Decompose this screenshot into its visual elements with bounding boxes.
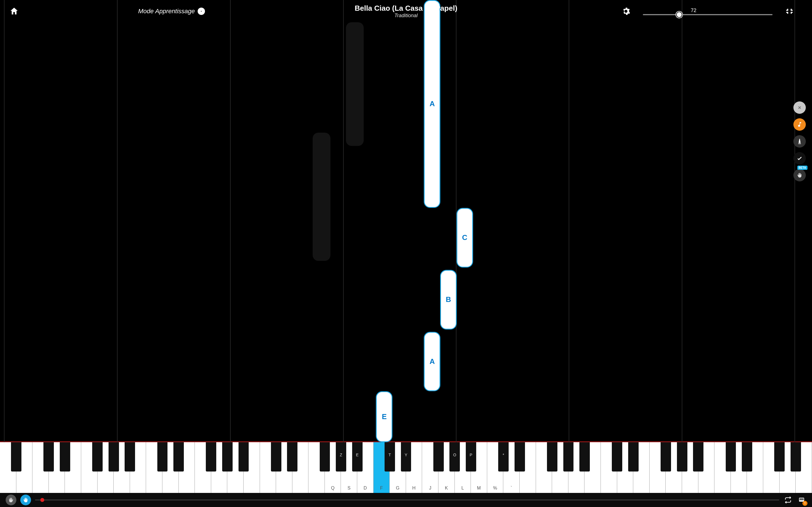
black-key[interactable] [742, 442, 752, 471]
song-artist: Traditional [355, 13, 457, 18]
black-key[interactable] [320, 442, 330, 471]
beta-badge: BETA [797, 166, 808, 170]
key-binding-label: J [429, 486, 432, 491]
falling-note: E [376, 391, 393, 442]
key-binding-label: M [477, 486, 481, 491]
right-hand-toggle[interactable] [20, 495, 31, 505]
black-key[interactable]: O [449, 442, 460, 471]
note-fall-area: ACBAE [0, 0, 812, 442]
svg-rect-4 [802, 498, 803, 500]
exit-fullscreen-button[interactable] [784, 6, 795, 17]
home-button[interactable] [8, 6, 20, 17]
chevron-down-icon [198, 8, 205, 15]
key-binding-label: G [396, 486, 399, 491]
black-key[interactable] [434, 442, 444, 471]
tempo-value: 72 [691, 8, 696, 13]
black-key[interactable] [109, 442, 119, 471]
black-key[interactable] [579, 442, 590, 471]
title-block: Bella Ciao (La Casa de Papel) Traditiona… [355, 4, 457, 18]
black-key[interactable] [628, 442, 639, 471]
tempo-slider-thumb[interactable] [676, 11, 682, 18]
octave-divider [117, 0, 117, 442]
hand-gesture-button[interactable]: BETA [794, 169, 806, 181]
black-key[interactable] [11, 442, 21, 471]
tempo-control[interactable]: 72 [643, 8, 772, 15]
black-key[interactable]: P [466, 442, 476, 471]
tempo-slider[interactable] [643, 14, 772, 15]
key-binding-label: Q [331, 486, 335, 491]
black-key[interactable] [43, 442, 54, 471]
falling-note: A [424, 332, 441, 392]
key-binding-label: % [493, 486, 497, 491]
alert-icon: ! [802, 501, 808, 506]
progress-slider[interactable] [35, 499, 779, 501]
black-key[interactable]: T [385, 442, 395, 471]
black-key[interactable]: Z [336, 442, 346, 471]
black-key[interactable] [677, 442, 688, 471]
ghost-note [313, 133, 331, 261]
svg-rect-5 [803, 498, 804, 500]
midi-device-button[interactable]: ! [797, 495, 806, 505]
octave-divider [682, 0, 682, 442]
black-key[interactable] [222, 442, 233, 471]
piano-keyboard[interactable]: QSDFGHJKLM%` ZETYOP* [0, 442, 812, 493]
note-labels-button[interactable] [794, 118, 806, 131]
svg-rect-2 [801, 498, 801, 500]
black-key[interactable] [124, 442, 135, 471]
svg-rect-3 [801, 498, 802, 500]
key-binding-label: S [347, 486, 350, 491]
black-key[interactable] [239, 442, 249, 471]
key-binding-label: F [380, 486, 383, 491]
key-binding-label: P [470, 453, 472, 457]
mode-dropdown[interactable]: Mode Apprentissage [138, 8, 205, 15]
black-key[interactable] [693, 442, 703, 471]
black-key[interactable]: * [498, 442, 509, 471]
black-key[interactable]: Y [401, 442, 411, 471]
black-key[interactable] [157, 442, 168, 471]
key-binding-label: L [461, 486, 464, 491]
loop-button[interactable] [783, 495, 793, 505]
black-key[interactable] [287, 442, 297, 471]
black-key[interactable] [206, 442, 216, 471]
falling-note: A [424, 0, 441, 208]
octave-divider [4, 0, 4, 442]
metronome-button[interactable] [794, 135, 806, 148]
black-key[interactable] [60, 442, 70, 471]
octave-divider [569, 0, 569, 442]
falling-note: B [440, 270, 457, 330]
key-binding-label: * [503, 453, 504, 457]
octave-divider [343, 0, 344, 442]
black-key[interactable]: E [352, 442, 363, 471]
black-key[interactable] [547, 442, 557, 471]
black-key[interactable] [515, 442, 525, 471]
black-key[interactable] [726, 442, 736, 471]
black-key[interactable] [612, 442, 622, 471]
key-binding-label: Y [405, 453, 407, 457]
key-binding-label: D [364, 486, 367, 491]
key-binding-label: O [453, 453, 456, 457]
progress-thumb[interactable] [40, 498, 44, 502]
key-binding-label: E [356, 453, 359, 457]
black-key[interactable] [173, 442, 184, 471]
falling-note: C [456, 208, 473, 268]
key-binding-label: H [412, 486, 416, 491]
close-side-button[interactable] [794, 101, 806, 114]
black-key[interactable] [92, 442, 103, 471]
key-binding-label: T [389, 453, 391, 457]
black-key[interactable] [791, 442, 801, 471]
key-binding-label: Z [340, 453, 342, 457]
black-key[interactable] [774, 442, 784, 471]
mode-label: Mode Apprentissage [138, 8, 195, 15]
left-hand-toggle[interactable] [6, 495, 16, 505]
side-toolbar: BETA [794, 101, 806, 181]
key-binding-label: K [445, 486, 448, 491]
black-key[interactable] [271, 442, 282, 471]
settings-button[interactable] [620, 6, 631, 17]
octave-divider [795, 0, 795, 442]
black-key[interactable] [661, 442, 671, 471]
svg-rect-1 [800, 498, 800, 500]
confirm-button[interactable] [794, 152, 806, 165]
octave-divider [230, 0, 231, 442]
black-key[interactable] [563, 442, 574, 471]
song-title: Bella Ciao (La Casa de Papel) [355, 4, 457, 13]
